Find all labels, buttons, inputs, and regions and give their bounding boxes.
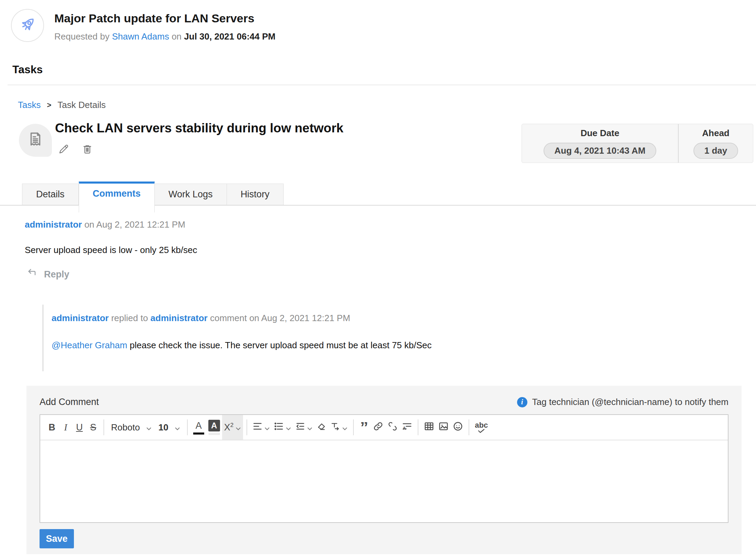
- ahead-value: 1 day: [693, 143, 738, 159]
- align-button[interactable]: [251, 417, 272, 438]
- due-date-label: Due Date: [581, 128, 620, 139]
- reply-button[interactable]: Reply: [27, 267, 69, 282]
- superscript-button[interactable]: X2: [222, 415, 243, 440]
- text-direction-button[interactable]: [328, 417, 350, 438]
- blockquote-button[interactable]: ”: [357, 417, 371, 438]
- strikethrough-button[interactable]: S: [86, 417, 100, 438]
- indent-button[interactable]: [293, 417, 315, 438]
- delete-task-button[interactable]: [82, 144, 93, 156]
- toolbar-divider: [103, 419, 104, 435]
- toolbar-divider: [187, 419, 188, 435]
- comment-body: Server upload speed is low - only 25 kb/…: [25, 245, 197, 255]
- spellcheck-icon: abc: [475, 421, 488, 433]
- edit-task-button[interactable]: [58, 144, 69, 156]
- tasks-section-title: Tasks: [12, 63, 43, 76]
- requester-link[interactable]: Shawn Adams: [112, 31, 169, 42]
- add-comment-panel: Add Comment i Tag technician (@technicia…: [26, 386, 742, 554]
- chevron-down-icon: [342, 422, 348, 433]
- reply-body: @Heather Graham please check the issue. …: [52, 340, 661, 351]
- chevron-down-icon: [175, 422, 180, 433]
- link-icon: [373, 421, 383, 434]
- pencil-icon: [58, 144, 69, 156]
- emoji-icon: [453, 421, 463, 434]
- unlink-button[interactable]: [385, 417, 400, 438]
- font-family-select[interactable]: Roboto: [108, 417, 155, 438]
- tab-details[interactable]: Details: [22, 184, 79, 205]
- text-color-button[interactable]: A: [191, 417, 206, 438]
- reply-thread: administrator replied to administrator c…: [43, 305, 661, 371]
- line-height-button[interactable]: A: [400, 417, 414, 438]
- request-meta: Requested by Shawn Adams on Jul 30, 2021…: [54, 31, 275, 42]
- text-arrow-icon: [330, 421, 340, 434]
- add-comment-label: Add Comment: [40, 397, 99, 407]
- font-size-select[interactable]: 10: [155, 417, 184, 438]
- bold-button[interactable]: B: [45, 417, 59, 438]
- insert-image-button[interactable]: [436, 417, 451, 438]
- task-actions: [58, 144, 93, 156]
- requested-at: Jul 30, 2021 06:44 PM: [184, 31, 275, 42]
- due-date-value: Aug 4, 2021 10:43 AM: [544, 143, 657, 159]
- reply-author-link[interactable]: administrator: [52, 313, 109, 323]
- background-color-button[interactable]: A: [206, 417, 222, 438]
- rocket-icon: [18, 15, 37, 36]
- unlink-icon: [387, 421, 398, 434]
- requested-by-label: Requested by: [54, 31, 109, 42]
- ahead-column: Ahead 1 day: [679, 124, 753, 163]
- chevron-down-icon: [307, 422, 313, 433]
- toolbar-divider: [353, 419, 354, 435]
- comment-header: administrator on Aug 2, 2021 12:21 PM: [25, 219, 185, 230]
- mention-link[interactable]: @Heather Graham: [52, 340, 127, 350]
- tab-comments[interactable]: Comments: [79, 182, 155, 212]
- clear-format-button[interactable]: [315, 417, 328, 438]
- breadcrumb-tasks-link[interactable]: Tasks: [18, 100, 41, 110]
- ahead-label: Ahead: [702, 128, 729, 139]
- editor-toolbar: B I U S Roboto 10 A A: [40, 415, 728, 440]
- line-height-icon: A: [402, 421, 412, 434]
- emoji-button[interactable]: [451, 417, 465, 438]
- font-size-value: 10: [158, 422, 168, 433]
- reply-body-text: please check the issue. The server uploa…: [130, 340, 431, 350]
- toolbar-divider: [246, 419, 247, 435]
- replied-to-label: replied to: [111, 313, 148, 323]
- task-document-icon: [27, 131, 44, 150]
- request-header: Major Patch update for LAN Servers Reque…: [11, 9, 275, 42]
- chevron-down-icon: [286, 422, 291, 433]
- tab-work-logs[interactable]: Work Logs: [155, 184, 227, 205]
- tag-hint-text: Tag technician (@technician-name) to not…: [532, 397, 728, 407]
- align-left-icon: [253, 421, 262, 434]
- comment-meta: on Aug 2, 2021 12:21 PM: [84, 219, 185, 230]
- text-color-icon: A: [193, 420, 204, 435]
- task-avatar: [19, 124, 52, 157]
- comment-editor: B I U S Roboto 10 A A: [40, 414, 728, 523]
- tab-history[interactable]: History: [227, 184, 284, 205]
- reply-meta: comment on Aug 2, 2021 12:21 PM: [210, 313, 350, 323]
- comment-textarea[interactable]: [40, 440, 728, 522]
- table-icon: [424, 421, 434, 434]
- spellcheck-button[interactable]: abc: [473, 417, 490, 438]
- link-button[interactable]: [371, 417, 385, 438]
- superscript-icon: X2: [224, 422, 233, 433]
- insert-table-button[interactable]: [422, 417, 436, 438]
- section-divider: [8, 85, 756, 85]
- font-family-value: Roboto: [111, 422, 140, 433]
- chevron-down-icon: [264, 422, 270, 433]
- reply-target-author-link[interactable]: administrator: [151, 313, 208, 323]
- on-label: on: [172, 31, 182, 42]
- info-icon: i: [517, 397, 527, 407]
- breadcrumb-current: Task Details: [57, 100, 106, 110]
- reply-label: Reply: [44, 269, 69, 280]
- list-button[interactable]: [272, 417, 293, 438]
- reply-header: administrator replied to administrator c…: [52, 313, 661, 324]
- task-tabs: Details Comments Work Logs History: [0, 182, 756, 206]
- chevron-down-icon: [235, 422, 241, 433]
- breadcrumb: Tasks > Task Details: [18, 100, 106, 110]
- italic-button[interactable]: I: [59, 417, 73, 438]
- bullet-list-icon: [274, 421, 284, 434]
- outdent-icon: [295, 421, 305, 434]
- underline-button[interactable]: U: [73, 417, 86, 438]
- reply-arrow-icon: [27, 267, 39, 282]
- comment-author-link[interactable]: administrator: [25, 219, 82, 230]
- request-avatar: [11, 9, 44, 42]
- save-button[interactable]: Save: [40, 529, 74, 548]
- task-title: Check LAN servers stability during low n…: [55, 121, 343, 135]
